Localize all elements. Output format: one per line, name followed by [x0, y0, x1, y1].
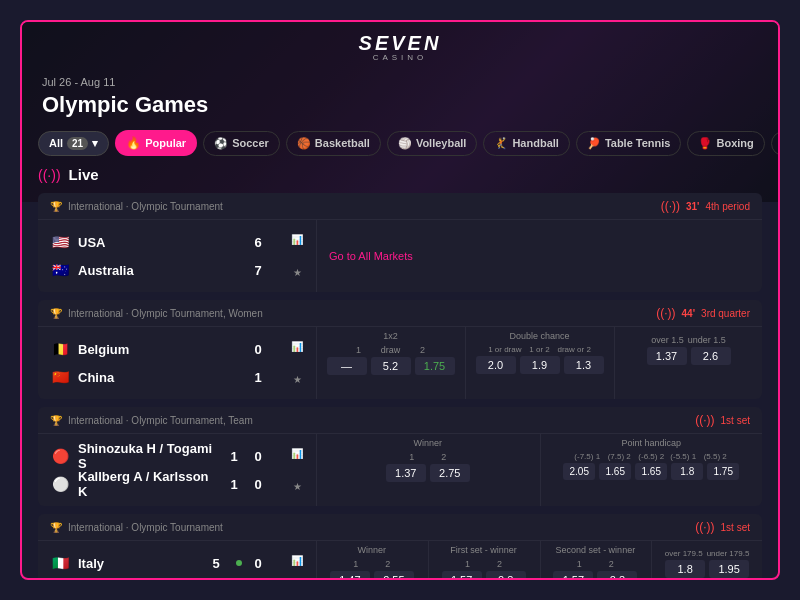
filter-basketball[interactable]: 🏀 Basketball	[286, 131, 381, 156]
odds-ss4-1[interactable]: 1.57	[553, 571, 593, 578]
match-meta-left-1: 🏆 International · Olympic Tournament	[50, 201, 223, 212]
flag-usa: 🇺🇸	[50, 235, 70, 249]
odds-w4-1[interactable]: 1.47	[330, 571, 370, 578]
odds-under15[interactable]: 2.6	[691, 347, 731, 365]
teams-section-3: 🔴 Shinozuka H / Togami S 1 0 ⚪ Kallberg …	[38, 434, 278, 506]
tournament-icon-3: 🏆	[50, 415, 62, 426]
odds-ph3-4[interactable]: 1.8	[671, 463, 703, 480]
odds-dc-1[interactable]: 2.0	[476, 356, 516, 374]
odds-header-row-extra2: over 1.5 under 1.5	[621, 335, 756, 345]
filter-all-label: All	[49, 137, 63, 149]
team-name-belgium: Belgium	[78, 342, 242, 357]
match-body-3: 🔴 Shinozuka H / Togami S 1 0 ⚪ Kallberg …	[38, 434, 762, 506]
odds-row-ou4: 1.8 1.95	[658, 560, 756, 578]
odds-over15[interactable]: 1.37	[647, 347, 687, 365]
score-kallberg2: 0	[250, 477, 266, 492]
filter-boxing[interactable]: 🥊 Boxing	[687, 131, 764, 156]
handball-icon: 🤾	[494, 137, 508, 150]
label-ph3-2: (7.5) 2	[605, 452, 633, 461]
odds-over1795[interactable]: 1.8	[665, 560, 705, 578]
odds-ph3-3[interactable]: 1.65	[635, 463, 667, 480]
match-body-4: 🇮🇹 Italy 5 0 🇫🇷 France 5 0	[38, 541, 762, 578]
odds-ph3-1[interactable]: 2.05	[563, 463, 595, 480]
match-meta-right-3: ((·)) 1st set	[695, 413, 750, 427]
go-to-markets-btn-1[interactable]: Go to All Markets	[329, 250, 413, 262]
match-card-1: 🏆 International · Olympic Tournament ((·…	[38, 193, 762, 292]
odds-header-row-ph3: (-7.5) 1 (7.5) 2 (-6.5) 2 (-5.5) 1 (5.5)…	[547, 452, 757, 461]
odds-w4-2[interactable]: 2.55	[374, 571, 414, 578]
odds-dc-3[interactable]: 1.3	[564, 356, 604, 374]
filter-popular[interactable]: 🔥 Popular	[115, 130, 197, 156]
odds-fs4-1[interactable]: 1.57	[442, 571, 482, 578]
star-icon-1[interactable]: ★	[286, 262, 308, 284]
stats-icon-4[interactable]: 📊	[286, 550, 308, 572]
live-header: ((·)) Live	[38, 166, 762, 183]
odds-ss4-2[interactable]: 2.3	[597, 571, 637, 578]
odds-group-ou4: over 179.5 under 179.5 1.8 1.95	[651, 541, 762, 578]
go-to-markets-1: Go to All Markets	[316, 220, 425, 292]
odds-ph3-2[interactable]: 1.65	[599, 463, 631, 480]
team-name-kallberg: Kallberg A / Karlsson K	[78, 469, 218, 499]
label-under15: under 1.5	[688, 335, 726, 345]
team-name-shinozuka: Shinozuka H / Togami S	[78, 441, 218, 471]
odds-w3-1[interactable]: 1.37	[386, 464, 426, 482]
odds-row-extra2: 1.37 2.6	[621, 347, 756, 365]
tournament-name-4: International · Olympic Tournament	[68, 522, 223, 533]
match-period-2: 3rd quarter	[701, 308, 750, 319]
team-row-3a: 🔴 Shinozuka H / Togami S 1 0	[50, 442, 266, 470]
odds-row-fs4: 1.57 2.3	[435, 571, 533, 578]
filter-volleyball[interactable]: 🏐 Volleyball	[387, 131, 478, 156]
odds-under1795[interactable]: 1.95	[709, 560, 749, 578]
team-name-usa: USA	[78, 235, 242, 250]
score-dot-italy	[236, 560, 242, 566]
tournament-name-1: International · Olympic Tournament	[68, 201, 223, 212]
tournament-name-2: International · Olympic Tournament, Wome…	[68, 308, 263, 319]
label-w4-1: 1	[342, 559, 370, 569]
score-australia: 7	[250, 263, 266, 278]
tournament-icon-1: 🏆	[50, 201, 62, 212]
teams-section-1: 🇺🇸 USA 6 🇦🇺 Australia 7	[38, 220, 278, 292]
filter-handball[interactable]: 🤾 Handball	[483, 131, 569, 156]
live-label: Live	[69, 166, 99, 183]
filter-tabletennis[interactable]: 🏓 Table Tennis	[576, 131, 682, 156]
label-1ordraw: 1 or draw	[488, 345, 521, 354]
stats-icon-1[interactable]: 📊	[286, 229, 308, 251]
match-time-1: 31'	[686, 201, 700, 212]
team-row-2a: 🇧🇪 Belgium 0	[50, 335, 266, 363]
odds-ph3-5[interactable]: 1.75	[707, 463, 739, 480]
main-content[interactable]: SEVEN CASINO Jul 26 - Aug 11 Olympic Gam…	[22, 22, 778, 578]
star-icon-2[interactable]: ★	[286, 369, 308, 391]
filter-bar: All 21 ▾ 🔥 Popular ⚽ Soccer 🏀 Basketball…	[22, 130, 778, 166]
filter-waterpolo[interactable]: 🏊 Waterpolo	[771, 131, 778, 156]
team-name-china: China	[78, 370, 242, 385]
match-actions-3: 📊 ★	[278, 434, 316, 506]
score-italy1: 5	[208, 556, 224, 571]
tabletennis-icon: 🏓	[587, 137, 601, 150]
odds-1x2-2[interactable]: 1.75	[415, 357, 455, 375]
odds-dc-2[interactable]: 1.9	[520, 356, 560, 374]
filter-all[interactable]: All 21 ▾	[38, 131, 109, 156]
live-indicator-3: ((·))	[695, 413, 714, 427]
odds-1x2-1[interactable]: —	[327, 357, 367, 375]
label-1or2: 1 or 2	[526, 345, 554, 354]
star-icon-3[interactable]: ★	[286, 476, 308, 498]
odds-section-3: Winner 1 2 1.37 2.75 Po	[316, 434, 762, 506]
odds-header-row-w4: 1 2	[323, 559, 421, 569]
odds-row-ss4: 1.57 2.3	[547, 571, 645, 578]
odds-fs4-2[interactable]: 2.3	[486, 571, 526, 578]
team-row-3b: ⚪ Kallberg A / Karlsson K 1 0	[50, 470, 266, 498]
match-header-4: 🏆 International · Olympic Tournament ((·…	[38, 514, 762, 541]
flag-china: 🇨🇳	[50, 370, 70, 384]
team-row-1a: 🇺🇸 USA 6	[50, 228, 266, 256]
filter-soccer[interactable]: ⚽ Soccer	[203, 131, 280, 156]
label-under179: under 179.5	[707, 549, 750, 558]
stats-icon-3[interactable]: 📊	[286, 443, 308, 465]
odds-header-row-ou4: over 179.5 under 179.5	[658, 549, 756, 558]
odds-1x2-draw[interactable]: 5.2	[371, 357, 411, 375]
odds-w3-2[interactable]: 2.75	[430, 464, 470, 482]
odds-header-row-w3: 1 2	[323, 452, 533, 462]
label-w3-1: 1	[398, 452, 426, 462]
tournament-name-3: International · Olympic Tournament, Team	[68, 415, 253, 426]
odds-title-1x2: 1x2	[323, 331, 458, 341]
stats-icon-2[interactable]: 📊	[286, 336, 308, 358]
